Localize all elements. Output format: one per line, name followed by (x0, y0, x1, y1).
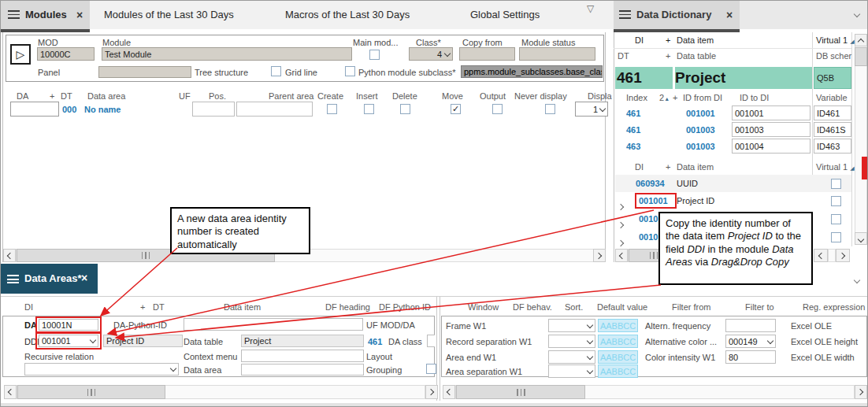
scroll-up-button[interactable] (855, 34, 867, 46)
di-id-value[interactable]: 0010 (639, 232, 658, 242)
area-separation-color-chip[interactable]: AABBCC (598, 364, 638, 378)
grid-dt-value[interactable]: 000 (62, 105, 76, 114)
record-separation-color-chip[interactable]: AABBCC (598, 335, 638, 348)
create-checkbox[interactable] (327, 104, 337, 114)
di-id-value[interactable]: 001001 (639, 196, 668, 205)
index-variable-cell[interactable]: ID463 (814, 139, 851, 154)
selected-table-schema-cell[interactable]: Q5B (814, 67, 851, 89)
collapse-chevron-icon[interactable] (855, 272, 859, 286)
python-subclass-field[interactable]: ppms.module_subclasses.base_clas (461, 65, 603, 78)
color-intensity-w1-field[interactable]: 80 (725, 350, 776, 364)
da-header-plus[interactable]: + (140, 302, 145, 312)
tab-modules-last-30-days[interactable]: Modules of the Last 30 Days (104, 9, 234, 20)
run-module-button[interactable]: ▷ (10, 44, 31, 65)
scroll-right-button[interactable] (425, 385, 438, 399)
index-id-to-cell[interactable]: 001004 (732, 139, 811, 154)
close-icon[interactable]: × (726, 9, 733, 20)
copy-from-field[interactable] (459, 47, 515, 61)
da-class-field[interactable] (427, 335, 435, 347)
tab-overflow-icon[interactable]: ▽ (587, 3, 594, 14)
index-cell[interactable]: 001003 (686, 142, 715, 151)
tab-data-areas-label[interactable]: Data Areas* (24, 272, 82, 284)
grid-da-input[interactable] (10, 102, 59, 117)
di-id-value[interactable]: 0010 (639, 214, 658, 224)
scroll-left-button[interactable] (4, 385, 17, 399)
area-end-color-chip[interactable]: AABBCC (598, 350, 638, 364)
scroll-left-button[interactable] (3, 249, 16, 262)
index-variable-cell[interactable]: ID461 (814, 105, 851, 120)
virtual-checkbox[interactable] (831, 196, 841, 206)
scrollbar-track-2[interactable] (828, 249, 836, 262)
grid-header-plus[interactable]: + (50, 91, 54, 101)
index-cell[interactable]: 461 (626, 125, 640, 135)
index-cell[interactable]: 463 (626, 142, 640, 151)
record-separation-w1-select[interactable] (548, 335, 595, 348)
scroll-down-button[interactable] (855, 232, 867, 245)
scrollbar-thumb[interactable] (855, 47, 867, 66)
menu-icon[interactable] (8, 10, 20, 19)
collapse-chevron-icon[interactable] (855, 6, 859, 20)
area-end-w1-select[interactable] (548, 350, 595, 364)
di-id-value[interactable]: 060934 (636, 179, 665, 188)
insert-checkbox[interactable] (364, 104, 374, 114)
di-name-value[interactable]: Project ID (677, 196, 714, 205)
never-display-checkbox[interactable] (545, 104, 555, 114)
tab-modules-label[interactable]: Modules (25, 9, 67, 20)
scroll-right-button[interactable] (855, 385, 867, 399)
context-menu-field[interactable] (241, 350, 364, 362)
grid-line-checkbox[interactable] (271, 66, 281, 76)
mod-field[interactable]: 10000C (37, 47, 95, 61)
tab-macros-last-30-days[interactable]: Macros of the Last 30 Days (285, 9, 410, 20)
dd-header-plus2[interactable]: + (666, 51, 670, 61)
da-field[interactable]: 10001N (39, 319, 98, 331)
di-list-header-virtual[interactable]: Virtual 1 ◢ (816, 162, 855, 172)
index-variable-cell[interactable]: ID461S (814, 122, 851, 137)
python-subclass-checkbox[interactable] (345, 66, 355, 76)
data-area-field[interactable] (241, 364, 364, 376)
main-mod-checkbox[interactable] (369, 50, 380, 60)
selected-table-id-cell[interactable]: 461 (615, 67, 673, 89)
index-header-plus[interactable]: + (673, 93, 677, 102)
module-field[interactable]: Test Module (102, 47, 352, 61)
grouping-checkbox[interactable] (426, 364, 436, 374)
virtual-checkbox[interactable] (831, 179, 841, 189)
alternative-color-select[interactable]: 000149 (725, 335, 776, 348)
scroll-left-button[interactable] (443, 385, 455, 399)
dd-header-virtual[interactable]: Virtual 1 ◢ (816, 35, 855, 45)
expand-chevron-icon[interactable] (618, 235, 625, 249)
index-cell[interactable]: 001003 (686, 125, 715, 135)
frame-w1-color-chip[interactable]: AABBCC (598, 319, 638, 332)
di-name-value[interactable]: UUID (677, 179, 698, 188)
scroll-left-button-2[interactable] (814, 249, 828, 262)
menu-icon[interactable] (7, 275, 19, 283)
data-table-id[interactable]: 461 (368, 337, 382, 346)
index-id-to-cell[interactable]: 001003 (732, 122, 811, 137)
virtual-checkbox[interactable] (831, 214, 841, 224)
scroll-right-button[interactable] (593, 249, 606, 262)
area-separation-w1-select[interactable] (548, 364, 595, 378)
index-cell[interactable]: 461 (626, 109, 640, 118)
module-status-field[interactable] (519, 47, 595, 61)
grid-uf-input[interactable] (192, 102, 235, 117)
delete-checkbox[interactable] (400, 104, 410, 114)
recursive-relation-select[interactable] (24, 363, 179, 376)
panel-field[interactable] (98, 66, 191, 78)
dd-header-plus[interactable]: + (666, 35, 670, 45)
display-select[interactable]: 1 (575, 102, 608, 117)
class-select[interactable]: 4 (409, 47, 453, 61)
index-id-to-cell[interactable]: 001001 (732, 105, 811, 120)
ddi-select[interactable]: 001001 (39, 335, 98, 347)
index-header-2[interactable]: 2▲ (659, 93, 670, 102)
scrollbar-thumb[interactable] (456, 385, 585, 399)
selected-table-name-cell[interactable]: Project (675, 67, 812, 89)
index-cell[interactable]: 001001 (686, 109, 715, 118)
frame-w1-select[interactable] (548, 319, 595, 332)
grid-data-area-value[interactable]: No name (84, 105, 121, 114)
output-checkbox[interactable] (492, 104, 503, 114)
altern-frequency-field[interactable] (725, 319, 776, 332)
close-icon[interactable]: × (76, 9, 83, 20)
di-list-header-plus[interactable]: + (666, 162, 670, 172)
tab-data-dictionary-label[interactable]: Data Dictionary (636, 9, 711, 20)
menu-icon[interactable] (619, 10, 631, 19)
move-checkbox[interactable]: ✓ (451, 104, 461, 114)
